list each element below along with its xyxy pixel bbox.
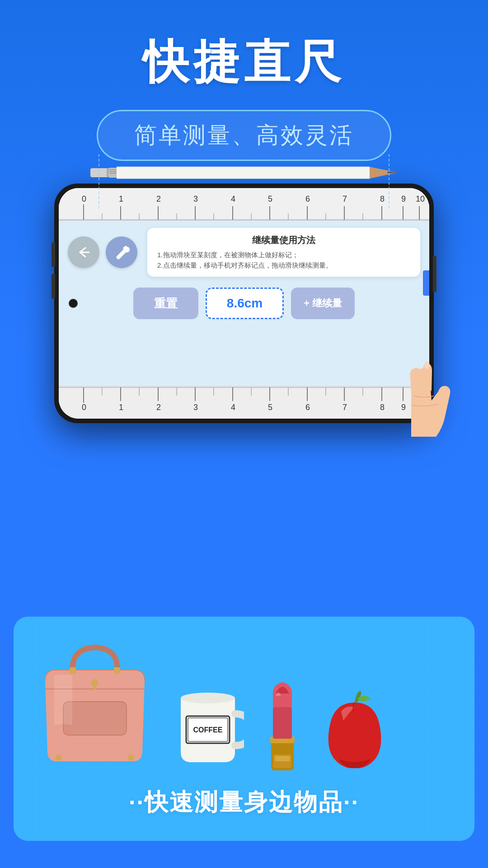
blue-marker: [423, 270, 429, 296]
svg-rect-86: [273, 707, 292, 739]
back-icon: [76, 246, 91, 259]
dashed-line-left: [99, 154, 99, 208]
action-buttons: 重置 8.6cm + 继续量: [68, 288, 420, 319]
pencil-icon: [90, 160, 398, 185]
coffee-label: COFFEE: [193, 726, 223, 734]
svg-text:10: 10: [416, 194, 425, 203]
tooltip-title: 继续量使用方法: [157, 234, 410, 246]
svg-text:9: 9: [401, 194, 406, 203]
wrench-icon: [113, 244, 130, 260]
svg-point-75: [91, 679, 99, 686]
svg-rect-5: [109, 173, 117, 174]
ruler-bottom-svg: 0 1 2 3 4 5 6 7: [59, 387, 429, 419]
svg-text:7: 7: [343, 403, 347, 412]
reset-button[interactable]: 重置: [133, 288, 198, 319]
items-row: COFFEE: [32, 635, 456, 770]
svg-text:0: 0: [82, 194, 86, 203]
svg-text:5: 5: [268, 194, 272, 203]
dashed-line-right: [389, 154, 389, 208]
svg-text:0: 0: [82, 403, 86, 412]
svg-text:1: 1: [119, 194, 123, 203]
svg-point-78: [128, 755, 134, 761]
tooltip-box: 继续量使用方法 1.拖动滑块至某刻度，在被测物体上做好标记； 2.点击继续量，移…: [147, 228, 420, 277]
svg-rect-76: [94, 686, 96, 690]
svg-rect-43: [59, 387, 429, 419]
screen-content: 继续量使用方法 1.拖动滑块至某刻度，在被测物体上做好标记； 2.点击继续量，移…: [59, 221, 429, 386]
svg-rect-80: [114, 667, 120, 674]
svg-rect-79: [70, 667, 76, 674]
svg-rect-4: [109, 171, 117, 172]
tool-buttons-row: 继续量使用方法 1.拖动滑块至某刻度，在被测物体上做好标记； 2.点击继续量，移…: [68, 228, 420, 277]
lipstick-item: [262, 671, 303, 770]
svg-rect-88: [275, 756, 290, 761]
app-container: 快捷直尺 简单测量、高效灵活: [0, 0, 488, 868]
svg-text:3: 3: [193, 194, 198, 203]
apple-item: [321, 689, 389, 770]
svg-rect-11: [59, 188, 429, 221]
svg-text:4: 4: [231, 403, 235, 412]
svg-rect-3: [109, 169, 117, 170]
svg-text:4: 4: [231, 194, 235, 203]
back-button[interactable]: [68, 236, 99, 268]
bottom-text: ··快速测量身边物品··: [32, 787, 456, 818]
svg-text:8: 8: [380, 194, 385, 203]
subtitle-pill: 简单测量、高效灵活: [97, 110, 391, 161]
volume-button-2: [52, 274, 55, 299]
coffee-mug-item: COFFEE: [172, 680, 244, 770]
subtitle-text: 简单测量、高效灵活: [134, 123, 354, 148]
svg-text:6: 6: [305, 403, 310, 412]
top-section: 快捷直尺 简单测量、高效灵活: [0, 0, 488, 184]
hand-icon: [375, 301, 465, 437]
bottom-panel: COFFEE: [14, 617, 474, 841]
volume-button: [52, 242, 55, 267]
svg-text:2: 2: [156, 403, 161, 412]
svg-rect-6: [117, 167, 370, 179]
phone-area: 0 1 2 3 4: [0, 184, 488, 423]
svg-text:2: 2: [156, 194, 161, 203]
camera: [69, 299, 78, 308]
pencil-container: [72, 159, 416, 186]
main-title: 快捷直尺: [143, 32, 345, 94]
svg-point-77: [56, 755, 62, 761]
ruler-top: 0 1 2 3 4: [59, 188, 429, 221]
svg-text:5: 5: [268, 403, 272, 412]
ruler-top-svg: 0 1 2 3 4: [59, 188, 429, 221]
hand-container: [375, 301, 465, 437]
svg-text:3: 3: [193, 403, 198, 412]
phone-screen: 0 1 2 3 4: [59, 188, 429, 419]
svg-rect-0: [90, 168, 108, 177]
ruler-bottom: 0 1 2 3 4 5 6 7: [59, 386, 429, 419]
svg-text:7: 7: [343, 194, 347, 203]
continue-button[interactable]: + 继续量: [291, 288, 355, 319]
svg-text:1: 1: [119, 403, 123, 412]
tooltip-line2: 2.点击继续量，移动手机对齐标记点，拖动滑块继续测量。: [157, 260, 410, 271]
svg-point-73: [424, 362, 430, 369]
power-button: [433, 256, 436, 292]
measure-value-button[interactable]: 8.6cm: [206, 288, 284, 319]
tooltip-line1: 1.拖动滑块至某刻度，在被测物体上做好标记；: [157, 250, 410, 260]
svg-point-81: [181, 693, 235, 703]
svg-text:6: 6: [305, 194, 310, 203]
handbag-item: [36, 635, 154, 770]
wrench-button[interactable]: [106, 236, 137, 268]
